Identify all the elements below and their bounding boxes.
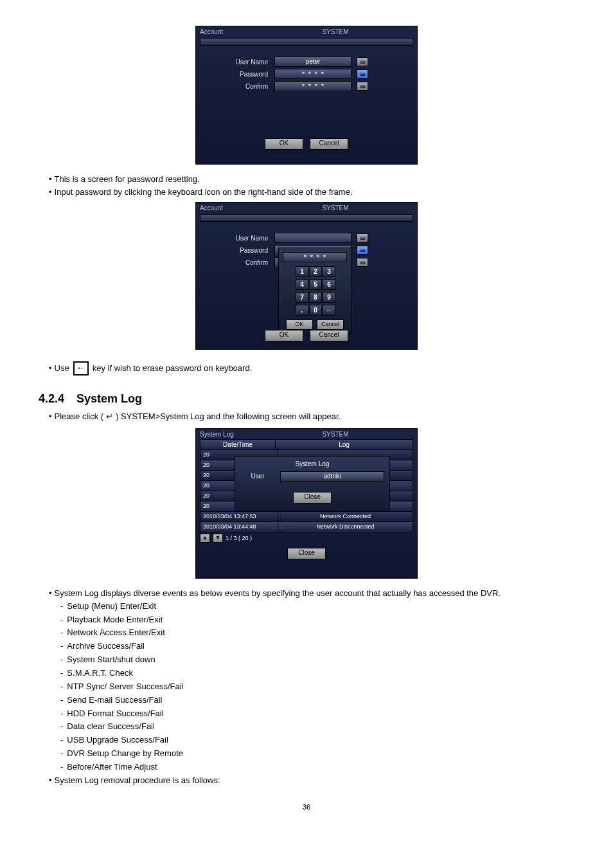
bullet-icon: • <box>49 186 52 198</box>
list-item: -Setup (Menu) Enter/Exit <box>60 601 574 613</box>
keyboard-icon[interactable]: ⌨ <box>357 233 368 242</box>
list-item: -S.M.A.R.T. Check <box>60 667 574 680</box>
bullet-icon: • <box>49 174 52 185</box>
section-number: 4.2.4 <box>39 392 73 406</box>
account-dialog-1: Account SYSTEM User Name peter ⌨ Passwor… <box>195 26 418 165</box>
list-item: -Before/After Time Adjust <box>60 761 574 773</box>
cell-date: 2010/03/04 13:47:53 <box>200 512 278 521</box>
body-text: • Please click (↵) SYSTEM>System Log and… <box>49 411 574 422</box>
list-item: -HDD Format Success/Fail <box>60 708 574 720</box>
key-0[interactable]: 0 <box>309 305 322 316</box>
ok-button[interactable]: OK <box>265 330 303 341</box>
text: Input password by clicking the keyboard … <box>55 186 353 198</box>
body-text: • Use ← key if wish to erase password on… <box>49 361 574 375</box>
keyboard-icon[interactable]: ⌨ <box>357 246 368 255</box>
dialog-titlebar: Account SYSTEM <box>196 203 417 213</box>
dialog-titlebar: System Log SYSTEM <box>196 429 417 439</box>
dash-icon: - <box>60 761 63 773</box>
list-item-label: Archive Success/Fail <box>67 640 145 653</box>
row-password: Password ＊＊＊＊ ⌨ <box>196 69 417 79</box>
col-date: Date/Time <box>200 440 276 449</box>
key-1[interactable]: 1 <box>296 266 308 277</box>
key-backspace[interactable]: ← <box>323 305 335 316</box>
confirm-label: Confirm <box>211 259 274 266</box>
key-5[interactable]: 5 <box>309 279 322 290</box>
keyboard-icon[interactable]: ⌨ <box>357 258 368 267</box>
popup-close-button[interactable]: Close <box>293 492 332 503</box>
dash-icon: - <box>60 654 63 666</box>
key-6[interactable]: 6 <box>323 279 335 290</box>
title-center: SYSTEM <box>258 28 413 35</box>
keyboard-icon[interactable]: ⌨ <box>357 69 368 78</box>
bullet-icon: • <box>49 411 52 422</box>
table-row[interactable]: 2010/03/04 13:44:48Network Disconnected <box>200 522 413 532</box>
pager-text: 1 / 3 ( 20 ) <box>226 535 252 541</box>
text: System Log displays diverse events as be… <box>55 588 501 599</box>
list-item: -Network Access Enter/Exit <box>60 627 574 639</box>
key-8[interactable]: 8 <box>309 292 322 303</box>
table-header: Date/Time Log <box>200 439 413 450</box>
bullet-icon: • <box>49 588 52 599</box>
dash-icon: - <box>60 721 63 733</box>
pager-down-button[interactable]: ▼ <box>213 534 223 543</box>
dash-icon: - <box>60 748 63 760</box>
body-text: • System Log displays diverse events as … <box>49 588 574 599</box>
list-item-label: USB Upgrade Success/Fail <box>67 734 168 746</box>
title-left: System Log <box>200 431 258 438</box>
key-7[interactable]: 7 <box>296 292 308 303</box>
section-heading: 4.2.4 System Log <box>39 392 574 406</box>
title-left: Account <box>200 204 258 212</box>
cell-log: Network Connected <box>278 512 413 521</box>
list-item-label: Playback Mode Enter/Exit <box>67 614 163 626</box>
ok-button[interactable]: OK <box>265 138 303 150</box>
cancel-button[interactable]: Cancel <box>310 330 348 341</box>
keypad-display: ＊＊＊＊ <box>283 252 347 262</box>
popup-user-field[interactable]: admin <box>280 471 384 482</box>
page-number: 36 <box>39 803 574 811</box>
username-label: User Name <box>211 235 274 242</box>
row-username: User Name peter ⌨ <box>196 57 417 67</box>
list-item-label: Send E-mail Success/Fail <box>67 694 162 707</box>
key-4[interactable]: 4 <box>296 279 308 290</box>
title-center: SYSTEM <box>258 204 413 212</box>
confirm-field[interactable]: ＊＊＊＊ <box>274 81 351 91</box>
password-field[interactable]: ＊＊＊＊ <box>274 69 351 79</box>
password-label: Password <box>211 71 274 78</box>
list-item: -USB Upgrade Success/Fail <box>60 734 574 746</box>
keyboard-icon[interactable]: ⌨ <box>357 82 368 91</box>
key-dot[interactable]: . <box>296 305 308 316</box>
popup-row: User admin <box>240 471 384 482</box>
dash-icon: - <box>60 694 63 707</box>
list-item-label: NTP Sync/ Server Success/Fail <box>67 681 183 693</box>
enter-icon: ↵ <box>106 411 113 422</box>
key-9[interactable]: 9 <box>323 292 335 303</box>
popup-title: System Log <box>240 460 384 467</box>
list-item: -Playback Mode Enter/Exit <box>60 614 574 626</box>
cancel-button[interactable]: Cancel <box>310 138 348 150</box>
dash-icon: - <box>60 708 63 720</box>
row-username: User Name ⌨ <box>196 233 417 243</box>
dialog-titlebar: Account SYSTEM <box>196 26 417 37</box>
username-field[interactable]: peter <box>274 57 351 67</box>
pager-up-button[interactable]: ▲ <box>200 534 210 543</box>
username-field[interactable] <box>274 233 351 243</box>
list-item-label: HDD Format Success/Fail <box>67 708 163 720</box>
key-3[interactable]: 3 <box>323 266 335 277</box>
key-2[interactable]: 2 <box>309 266 322 277</box>
text: System Log removal procedure is as follo… <box>55 775 220 786</box>
title-left: Account <box>200 28 258 35</box>
close-button[interactable]: Close <box>287 548 326 559</box>
account-dialog-2: Account SYSTEM User Name ⌨ Password ⌨ Co… <box>195 202 418 350</box>
keypad-grid: 1 2 3 4 5 6 7 8 9 . 0 ← <box>283 266 347 316</box>
row-confirm: Confirm ＊＊＊＊ ⌨ <box>196 81 417 91</box>
system-log-dialog: System Log SYSTEM Date/Time Log 20 20 20… <box>195 428 418 579</box>
text: ) SYSTEM>System Log and the following sc… <box>116 411 341 422</box>
table-row[interactable]: 2010/03/04 13:47:53Network Connected <box>200 512 413 522</box>
cell-date: 2010/03/04 13:44:48 <box>200 522 278 532</box>
dialog-buttons: OK Cancel <box>196 132 417 154</box>
dash-icon: - <box>60 681 63 693</box>
keyboard-icon[interactable]: ⌨ <box>357 57 368 66</box>
dash-icon: - <box>60 640 63 653</box>
list-item: -Send E-mail Success/Fail <box>60 694 574 707</box>
list-item-label: S.M.A.R.T. Check <box>67 667 133 680</box>
